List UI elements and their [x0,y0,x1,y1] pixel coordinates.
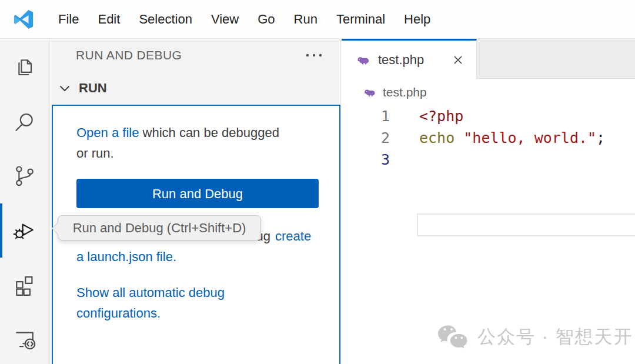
menu-view[interactable]: View [202,7,248,32]
sidebar-title: RUN AND DEBUG [76,48,304,62]
activity-search[interactable] [0,95,49,149]
menu-items: File Edit Selection View Go Run Terminal… [49,7,440,32]
editor-group: test.php test.php 1 <?php 2 [342,39,635,364]
run-section-header[interactable]: RUN [51,76,340,101]
code-line-1: 1 <?php [342,105,635,127]
close-icon [452,54,464,66]
menu-bar: File Edit Selection View Go Run Terminal… [0,0,635,39]
watermark: 公众号 · 智想天开 [436,323,633,350]
open-a-file-link[interactable]: Open a file [76,125,139,140]
current-line-highlight [417,213,635,236]
activity-extensions[interactable] [0,258,49,312]
wechat-icon [436,323,469,350]
vscode-window: File Edit Selection View Go Run Terminal… [0,0,635,364]
php-semicolon: ; [596,129,605,146]
welcome-text: or run. [76,143,323,163]
activity-remote-explorer[interactable] [0,312,49,364]
source-control-icon [12,163,38,189]
tab-label: test.php [378,52,447,68]
php-file-icon [364,87,377,98]
run-and-debug-tooltip: Run and Debug (Ctrl+Shift+D) [58,215,261,241]
tab-close-button[interactable] [452,54,464,66]
welcome-text: which can be debugged [139,125,279,140]
code-line-3: 3 [342,149,635,171]
show-debug-configurations-link[interactable]: Show all automatic debug [76,282,323,303]
tooltip-text: Run and Debug (Ctrl+Shift+D) [73,221,246,236]
php-keyword-echo: echo [419,129,454,146]
breadcrumb: test.php [342,79,635,105]
activity-source-control[interactable] [0,149,49,203]
more-actions-button[interactable] [304,46,324,64]
line-number: 2 [342,127,390,149]
run-section-label: RUN [79,81,107,96]
menu-terminal[interactable]: Terminal [327,7,395,32]
create-launch-json-link[interactable]: a launch.json file. [76,246,323,267]
show-debug-configurations-link[interactable]: configurations. [76,303,323,323]
sidebar-header: RUN AND DEBUG [51,39,340,71]
code-line-2: 2 echo "hello, world."; [342,127,635,149]
activity-explorer[interactable] [0,41,49,95]
tab-test-php[interactable]: test.php [342,39,477,79]
search-icon [12,109,38,135]
explorer-icon [12,55,38,81]
activity-run-and-debug[interactable] [0,203,49,258]
chevron-down-icon [58,82,71,95]
remote-explorer-icon [12,326,38,352]
tab-bar: test.php [342,39,635,79]
menu-edit[interactable]: Edit [88,7,129,32]
menu-help[interactable]: Help [395,7,440,32]
php-file-icon [357,54,371,66]
create-launch-json-link[interactable]: create [275,226,311,246]
menu-file[interactable]: File [49,7,88,32]
breadcrumb-item-file[interactable]: test.php [383,85,427,99]
run-and-debug-button[interactable]: Run and Debug [76,179,319,208]
menu-selection[interactable]: Selection [129,7,202,32]
menu-go[interactable]: Go [248,7,284,32]
extensions-icon [12,272,38,298]
watermark-text: 公众号 · 智想天开 [477,325,633,349]
line-number: 1 [342,105,390,127]
welcome-paragraph-show-configs: Show all automatic debug configurations. [76,282,323,323]
active-line-number: 3 [342,149,390,171]
run-and-debug-icon [12,218,38,243]
welcome-paragraph-open-file: Open a file which can be debugged or run… [76,122,323,163]
ellipsis-icon [305,52,323,58]
sidebar-run-and-debug: RUN AND DEBUG RUN Open a file which can … [51,39,341,364]
php-string-literal: "hello, world." [463,129,596,146]
activity-bar [0,39,50,364]
php-open-tag: <?php [419,108,463,125]
vscode-logo-icon [12,8,35,31]
menu-run[interactable]: Run [285,7,327,32]
